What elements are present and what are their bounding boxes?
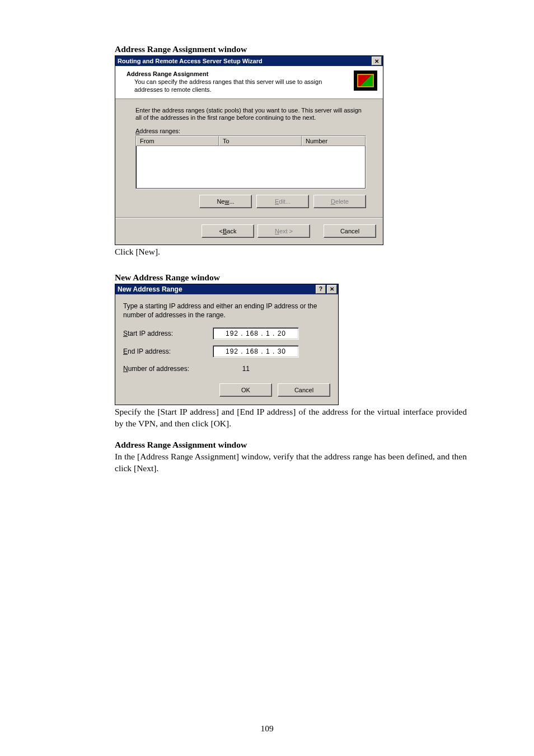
wizard-header-title: Address Range Assignment — [127, 71, 348, 77]
page-number: 109 — [0, 724, 534, 734]
instruction-3: In the [Address Range Assignment] window… — [115, 451, 467, 475]
address-ranges-list[interactable]: From To Number — [135, 135, 366, 189]
cancel-button[interactable]: Cancel — [324, 224, 376, 238]
address-ranges-label: Address ranges: — [135, 128, 366, 134]
wizard-window: Routing and Remote Access Server Setup W… — [115, 55, 383, 245]
new-address-range-window: New Address Range ? ✕ Type a starting IP… — [115, 284, 339, 405]
cancel-button[interactable]: Cancel — [278, 383, 330, 397]
delete-button: Delete — [313, 195, 366, 208]
wizard-title: Routing and Remote Access Server Setup W… — [118, 58, 371, 64]
end-ip-input[interactable]: 192 . 168 . 1 . 30 — [213, 345, 299, 358]
new-button[interactable]: New... — [199, 195, 252, 208]
wizard-header-icon — [354, 71, 377, 91]
start-ip-label: Start IP address: — [123, 330, 207, 337]
caption-1: Address Range Assignment window — [115, 44, 467, 54]
close-icon[interactable]: ✕ — [372, 57, 382, 65]
help-icon[interactable]: ? — [316, 285, 326, 294]
edit-button: Edit... — [256, 195, 309, 208]
end-ip-label: End IP address: — [123, 348, 207, 355]
wizard-header-subtitle: You can specify the address ranges that … — [134, 78, 348, 94]
caption-3: Address Range Assignment window — [115, 440, 467, 450]
instruction-1: Click [New]. — [115, 246, 467, 258]
list-headers: From To Number — [136, 136, 366, 146]
close-icon[interactable]: ✕ — [327, 285, 337, 294]
caption-2: New Address Range window — [115, 273, 467, 283]
back-button[interactable]: < Back — [202, 224, 254, 238]
col-number[interactable]: Number — [302, 136, 366, 146]
newrange-title: New Address Range — [118, 285, 315, 293]
start-ip-input[interactable]: 192 . 168 . 1 . 20 — [213, 327, 299, 340]
newrange-intro: Type a starting IP address and either an… — [123, 302, 330, 320]
ok-button[interactable]: OK — [219, 383, 272, 397]
number-of-addresses-value: 11 — [213, 363, 253, 374]
col-to[interactable]: To — [219, 136, 302, 146]
wizard-titlebar: Routing and Remote Access Server Setup W… — [115, 56, 383, 66]
wizard-intro-text: Enter the address ranges (static pools) … — [135, 107, 366, 123]
newrange-titlebar: New Address Range ? ✕ — [115, 284, 338, 294]
next-button: Next > — [257, 224, 310, 238]
number-label: Number of addresses: — [123, 365, 207, 373]
col-from[interactable]: From — [136, 136, 219, 146]
wizard-header: Address Range Assignment You can specify… — [115, 66, 383, 99]
instruction-2: Specify the [Start IP address] and [End … — [115, 406, 467, 430]
